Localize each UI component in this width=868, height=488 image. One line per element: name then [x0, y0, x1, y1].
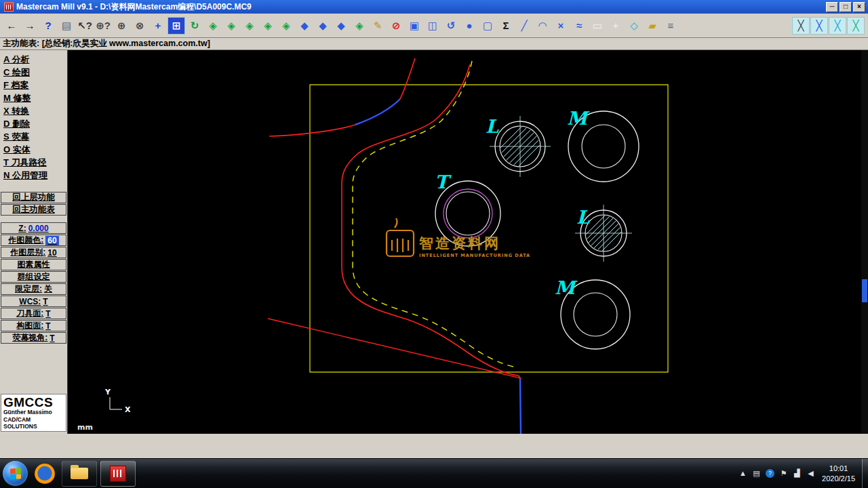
- xform-mirror-icon[interactable]: ╳: [792, 17, 810, 35]
- explorer-taskbar-button[interactable]: [62, 461, 97, 487]
- sidebar-item-screen[interactable]: S 荧幕: [0, 131, 67, 144]
- xform-scale-icon[interactable]: ╳: [829, 17, 846, 35]
- group-set-button-label: 群组设定: [18, 271, 50, 283]
- sphere-icon[interactable]: ●: [460, 17, 478, 35]
- sidebar-item-analysis[interactable]: A 分析: [0, 54, 67, 66]
- construction-line[interactable]: [268, 319, 521, 378]
- draw-color-button[interactable]: 作图颜色:60: [1, 235, 66, 246]
- zoom-help-icon[interactable]: ⊕?: [94, 17, 112, 35]
- start-button[interactable]: [3, 461, 28, 486]
- draw-color-button-label: 作图颜色:: [8, 235, 43, 246]
- gview-side-icon[interactable]: ◈: [259, 17, 277, 35]
- hole-label-m-4[interactable]: M: [555, 277, 578, 298]
- hole-label-l-0[interactable]: L: [486, 116, 499, 137]
- gview-isometric-icon[interactable]: ◈: [204, 17, 222, 35]
- attributes-button[interactable]: 图素属性: [1, 259, 66, 270]
- line-icon[interactable]: ╱: [515, 17, 533, 35]
- sidebar-item-modify[interactable]: M 修整: [0, 92, 67, 105]
- hole-label-m-1[interactable]: M: [567, 108, 590, 129]
- upper-curve-red-1[interactable]: [400, 58, 415, 99]
- zoom-in-icon[interactable]: ⊕: [113, 17, 130, 35]
- level-limit-button[interactable]: 限定层:关: [1, 283, 66, 295]
- contour-blue-segment-bottom[interactable]: [520, 378, 521, 434]
- sidebar-item-xform[interactable]: X 转换: [0, 105, 67, 118]
- sigma-icon[interactable]: Σ: [497, 17, 515, 35]
- cad-viewport[interactable]: 智造资料网 INTELLIGENT MANUFACTURING DATA Y X…: [68, 50, 861, 434]
- main-menu-button[interactable]: 回主功能表: [1, 204, 66, 216]
- group-set-button[interactable]: 群组设定: [1, 271, 66, 283]
- monitor-icon[interactable]: ▢: [479, 17, 496, 35]
- screen-window-icon[interactable]: ▣: [406, 17, 423, 35]
- upper-curve-red-2[interactable]: [269, 125, 355, 136]
- cview-cube-icon[interactable]: ◈: [351, 17, 368, 35]
- show-desktop-button[interactable]: [862, 459, 868, 488]
- right-scrollbar[interactable]: [861, 50, 868, 434]
- taskbar-clock[interactable]: 10:01 2020/2/15: [822, 464, 855, 483]
- layers-icon[interactable]: ≡: [662, 17, 679, 35]
- cursor-help-icon[interactable]: ↖?: [76, 17, 94, 35]
- flag-icon[interactable]: ⚑: [779, 469, 788, 478]
- main-menu-label: 主功能表: [总经销:欣昊实业 www.mastercam.com.tw]: [3, 38, 210, 49]
- cplane-button[interactable]: 构图面:T: [1, 320, 66, 331]
- shaded-view-3-icon[interactable]: ◆: [332, 17, 350, 35]
- sidebar-item-utilities[interactable]: N 公用管理: [0, 169, 67, 182]
- draw-level-button[interactable]: 作图层别:10: [1, 247, 66, 258]
- close-button[interactable]: ×: [853, 2, 865, 12]
- spline-icon[interactable]: ≈: [570, 17, 588, 35]
- brush-icon[interactable]: ✎: [369, 17, 387, 35]
- screen-next-icon[interactable]: ◫: [424, 17, 441, 35]
- sidebar-menu: A 分析C 绘图F 档案M 修整X 转换D 删除S 荧幕O 实体T 刀具路径N …: [0, 54, 67, 182]
- wcs-button[interactable]: WCS:T: [1, 296, 66, 307]
- forward-arrow-icon[interactable]: →: [21, 17, 39, 35]
- rotate-view-icon[interactable]: ↻: [186, 17, 203, 35]
- notepad-icon[interactable]: ▤: [58, 17, 75, 35]
- z-depth-button[interactable]: Z:0.000: [1, 222, 66, 234]
- xform-delete-icon[interactable]: ╳: [847, 17, 865, 35]
- upper-curve-blue-segment[interactable]: [355, 99, 400, 125]
- backup-menu-button[interactable]: 回上层功能: [1, 192, 66, 203]
- hole-label-t-2[interactable]: T: [435, 171, 452, 192]
- trim-icon[interactable]: ×: [552, 17, 570, 35]
- part-contour-curve[interactable]: [342, 64, 520, 378]
- gview-front-icon[interactable]: ◈: [241, 17, 258, 35]
- ime-icon[interactable]: ▤: [752, 469, 761, 478]
- gnomon-icon[interactable]: ◇: [625, 17, 643, 35]
- shaded-view-icon[interactable]: ◆: [296, 17, 313, 35]
- zoom-window-icon[interactable]: ⊞: [167, 17, 185, 35]
- sidebar-item-delete[interactable]: D 删除: [0, 118, 67, 131]
- pan-icon[interactable]: +: [149, 17, 167, 35]
- network-icon[interactable]: ▟: [793, 469, 802, 478]
- help-icon[interactable]: ?: [39, 17, 57, 35]
- minimize-button[interactable]: ─: [826, 2, 838, 12]
- sidebar-item-file[interactable]: F 档案: [0, 79, 67, 92]
- tool-plane-button[interactable]: 刀具面:T: [1, 308, 66, 319]
- gview-button[interactable]: 荧幕视角:T: [1, 332, 66, 344]
- plus-icon[interactable]: +: [607, 17, 625, 35]
- arc-icon[interactable]: ◠: [534, 17, 551, 35]
- graphics-window[interactable]: 智造资料网 INTELLIGENT MANUFACTURING DATA Y X…: [68, 50, 861, 434]
- maximize-button[interactable]: □: [840, 2, 852, 12]
- scrollbar-thumb[interactable]: [862, 279, 867, 302]
- volume-icon[interactable]: ◀: [806, 469, 815, 478]
- firefox-icon[interactable]: [35, 464, 55, 484]
- sidebar-item-create[interactable]: C 绘图: [0, 66, 67, 79]
- back-arrow-icon[interactable]: ←: [3, 17, 20, 35]
- mastercam-taskbar-button[interactable]: [100, 461, 136, 487]
- gmccs-logo-line1: Günther Massimo: [3, 409, 66, 415]
- undo-icon[interactable]: ↺: [442, 17, 460, 35]
- sidebar-item-toolpaths[interactable]: T 刀具路径: [0, 157, 67, 169]
- gview-top-icon[interactable]: ◈: [222, 17, 240, 35]
- zoom-scale-icon[interactable]: ⊗: [131, 17, 149, 35]
- battery-icon[interactable]: ▰: [644, 17, 661, 35]
- sidebar-item-solids[interactable]: O 实体: [0, 144, 67, 157]
- shaded-view-2-icon[interactable]: ◆: [314, 17, 332, 35]
- hidden-icons-chevron[interactable]: ▲: [738, 469, 747, 478]
- sidebar-status: Z:0.000作图颜色:60作图层别:10图素属性群组设定限定层:关WCS:T刀…: [0, 222, 67, 344]
- no-entry-icon[interactable]: ⊘: [387, 17, 405, 35]
- help-tray-icon[interactable]: ?: [766, 469, 774, 478]
- gview-back-icon[interactable]: ◈: [277, 17, 295, 35]
- folder-icon: [71, 468, 88, 479]
- hole-label-l-3[interactable]: L: [576, 207, 590, 228]
- rectangle-icon[interactable]: ▭: [589, 17, 606, 35]
- xform-rotate-icon[interactable]: ╳: [810, 17, 828, 35]
